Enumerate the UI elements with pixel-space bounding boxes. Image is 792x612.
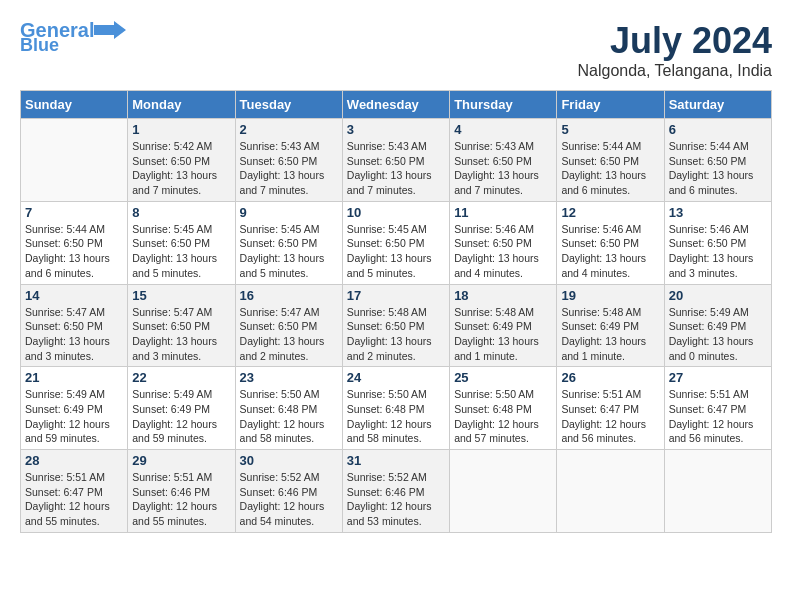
day-info: Sunrise: 5:49 AMSunset: 6:49 PMDaylight:…	[132, 387, 230, 446]
calendar-cell: 12Sunrise: 5:46 AMSunset: 6:50 PMDayligh…	[557, 201, 664, 284]
day-info: Sunrise: 5:42 AMSunset: 6:50 PMDaylight:…	[132, 139, 230, 198]
calendar-header-tuesday: Tuesday	[235, 91, 342, 119]
day-info: Sunrise: 5:50 AMSunset: 6:48 PMDaylight:…	[347, 387, 445, 446]
calendar-cell	[450, 450, 557, 533]
calendar-cell: 27Sunrise: 5:51 AMSunset: 6:47 PMDayligh…	[664, 367, 771, 450]
calendar-cell: 30Sunrise: 5:52 AMSunset: 6:46 PMDayligh…	[235, 450, 342, 533]
calendar-table: SundayMondayTuesdayWednesdayThursdayFrid…	[20, 90, 772, 533]
calendar-cell: 7Sunrise: 5:44 AMSunset: 6:50 PMDaylight…	[21, 201, 128, 284]
logo-arrow-icon	[94, 21, 126, 39]
calendar-cell: 11Sunrise: 5:46 AMSunset: 6:50 PMDayligh…	[450, 201, 557, 284]
logo-text-blue: Blue	[20, 36, 59, 54]
day-info: Sunrise: 5:47 AMSunset: 6:50 PMDaylight:…	[25, 305, 123, 364]
day-info: Sunrise: 5:46 AMSunset: 6:50 PMDaylight:…	[561, 222, 659, 281]
calendar-cell: 1Sunrise: 5:42 AMSunset: 6:50 PMDaylight…	[128, 119, 235, 202]
day-number: 15	[132, 288, 230, 303]
day-info: Sunrise: 5:43 AMSunset: 6:50 PMDaylight:…	[454, 139, 552, 198]
day-info: Sunrise: 5:47 AMSunset: 6:50 PMDaylight:…	[132, 305, 230, 364]
calendar-cell: 15Sunrise: 5:47 AMSunset: 6:50 PMDayligh…	[128, 284, 235, 367]
calendar-cell: 19Sunrise: 5:48 AMSunset: 6:49 PMDayligh…	[557, 284, 664, 367]
calendar-cell: 17Sunrise: 5:48 AMSunset: 6:50 PMDayligh…	[342, 284, 449, 367]
day-number: 7	[25, 205, 123, 220]
calendar-cell: 21Sunrise: 5:49 AMSunset: 6:49 PMDayligh…	[21, 367, 128, 450]
day-info: Sunrise: 5:48 AMSunset: 6:50 PMDaylight:…	[347, 305, 445, 364]
calendar-cell: 13Sunrise: 5:46 AMSunset: 6:50 PMDayligh…	[664, 201, 771, 284]
day-number: 6	[669, 122, 767, 137]
day-info: Sunrise: 5:51 AMSunset: 6:47 PMDaylight:…	[669, 387, 767, 446]
calendar-cell: 29Sunrise: 5:51 AMSunset: 6:46 PMDayligh…	[128, 450, 235, 533]
calendar-week-2: 7Sunrise: 5:44 AMSunset: 6:50 PMDaylight…	[21, 201, 772, 284]
day-number: 21	[25, 370, 123, 385]
day-info: Sunrise: 5:51 AMSunset: 6:47 PMDaylight:…	[25, 470, 123, 529]
calendar-header-row: SundayMondayTuesdayWednesdayThursdayFrid…	[21, 91, 772, 119]
calendar-cell: 24Sunrise: 5:50 AMSunset: 6:48 PMDayligh…	[342, 367, 449, 450]
day-info: Sunrise: 5:43 AMSunset: 6:50 PMDaylight:…	[347, 139, 445, 198]
day-number: 13	[669, 205, 767, 220]
logo: General Blue	[20, 20, 126, 54]
day-info: Sunrise: 5:49 AMSunset: 6:49 PMDaylight:…	[25, 387, 123, 446]
day-info: Sunrise: 5:52 AMSunset: 6:46 PMDaylight:…	[240, 470, 338, 529]
day-number: 23	[240, 370, 338, 385]
calendar-cell: 18Sunrise: 5:48 AMSunset: 6:49 PMDayligh…	[450, 284, 557, 367]
day-info: Sunrise: 5:44 AMSunset: 6:50 PMDaylight:…	[669, 139, 767, 198]
day-number: 20	[669, 288, 767, 303]
calendar-cell: 26Sunrise: 5:51 AMSunset: 6:47 PMDayligh…	[557, 367, 664, 450]
day-number: 30	[240, 453, 338, 468]
day-info: Sunrise: 5:47 AMSunset: 6:50 PMDaylight:…	[240, 305, 338, 364]
calendar-cell	[557, 450, 664, 533]
calendar-week-3: 14Sunrise: 5:47 AMSunset: 6:50 PMDayligh…	[21, 284, 772, 367]
calendar-cell: 8Sunrise: 5:45 AMSunset: 6:50 PMDaylight…	[128, 201, 235, 284]
day-info: Sunrise: 5:45 AMSunset: 6:50 PMDaylight:…	[347, 222, 445, 281]
day-number: 26	[561, 370, 659, 385]
day-info: Sunrise: 5:50 AMSunset: 6:48 PMDaylight:…	[454, 387, 552, 446]
day-info: Sunrise: 5:52 AMSunset: 6:46 PMDaylight:…	[347, 470, 445, 529]
calendar-cell: 4Sunrise: 5:43 AMSunset: 6:50 PMDaylight…	[450, 119, 557, 202]
day-number: 1	[132, 122, 230, 137]
calendar-cell: 28Sunrise: 5:51 AMSunset: 6:47 PMDayligh…	[21, 450, 128, 533]
calendar-week-1: 1Sunrise: 5:42 AMSunset: 6:50 PMDaylight…	[21, 119, 772, 202]
day-info: Sunrise: 5:48 AMSunset: 6:49 PMDaylight:…	[561, 305, 659, 364]
day-number: 2	[240, 122, 338, 137]
calendar-header-saturday: Saturday	[664, 91, 771, 119]
day-info: Sunrise: 5:50 AMSunset: 6:48 PMDaylight:…	[240, 387, 338, 446]
day-number: 10	[347, 205, 445, 220]
calendar-header-thursday: Thursday	[450, 91, 557, 119]
calendar-header-friday: Friday	[557, 91, 664, 119]
day-number: 5	[561, 122, 659, 137]
calendar-cell: 10Sunrise: 5:45 AMSunset: 6:50 PMDayligh…	[342, 201, 449, 284]
calendar-cell: 6Sunrise: 5:44 AMSunset: 6:50 PMDaylight…	[664, 119, 771, 202]
page-header: General Blue July 2024 Nalgonda, Telanga…	[20, 20, 772, 80]
day-number: 22	[132, 370, 230, 385]
day-info: Sunrise: 5:43 AMSunset: 6:50 PMDaylight:…	[240, 139, 338, 198]
day-info: Sunrise: 5:51 AMSunset: 6:46 PMDaylight:…	[132, 470, 230, 529]
day-info: Sunrise: 5:46 AMSunset: 6:50 PMDaylight:…	[454, 222, 552, 281]
day-info: Sunrise: 5:44 AMSunset: 6:50 PMDaylight:…	[561, 139, 659, 198]
calendar-cell	[21, 119, 128, 202]
day-info: Sunrise: 5:49 AMSunset: 6:49 PMDaylight:…	[669, 305, 767, 364]
calendar-cell: 16Sunrise: 5:47 AMSunset: 6:50 PMDayligh…	[235, 284, 342, 367]
day-number: 9	[240, 205, 338, 220]
calendar-cell: 31Sunrise: 5:52 AMSunset: 6:46 PMDayligh…	[342, 450, 449, 533]
day-number: 4	[454, 122, 552, 137]
day-number: 17	[347, 288, 445, 303]
day-number: 8	[132, 205, 230, 220]
day-number: 16	[240, 288, 338, 303]
calendar-cell	[664, 450, 771, 533]
day-info: Sunrise: 5:45 AMSunset: 6:50 PMDaylight:…	[240, 222, 338, 281]
day-number: 24	[347, 370, 445, 385]
day-number: 25	[454, 370, 552, 385]
day-number: 31	[347, 453, 445, 468]
calendar-header-monday: Monday	[128, 91, 235, 119]
day-number: 3	[347, 122, 445, 137]
day-number: 12	[561, 205, 659, 220]
calendar-week-5: 28Sunrise: 5:51 AMSunset: 6:47 PMDayligh…	[21, 450, 772, 533]
day-info: Sunrise: 5:44 AMSunset: 6:50 PMDaylight:…	[25, 222, 123, 281]
calendar-cell: 20Sunrise: 5:49 AMSunset: 6:49 PMDayligh…	[664, 284, 771, 367]
day-number: 19	[561, 288, 659, 303]
calendar-cell: 14Sunrise: 5:47 AMSunset: 6:50 PMDayligh…	[21, 284, 128, 367]
day-info: Sunrise: 5:45 AMSunset: 6:50 PMDaylight:…	[132, 222, 230, 281]
day-info: Sunrise: 5:48 AMSunset: 6:49 PMDaylight:…	[454, 305, 552, 364]
calendar-cell: 5Sunrise: 5:44 AMSunset: 6:50 PMDaylight…	[557, 119, 664, 202]
day-number: 29	[132, 453, 230, 468]
location-subtitle: Nalgonda, Telangana, India	[577, 62, 772, 80]
